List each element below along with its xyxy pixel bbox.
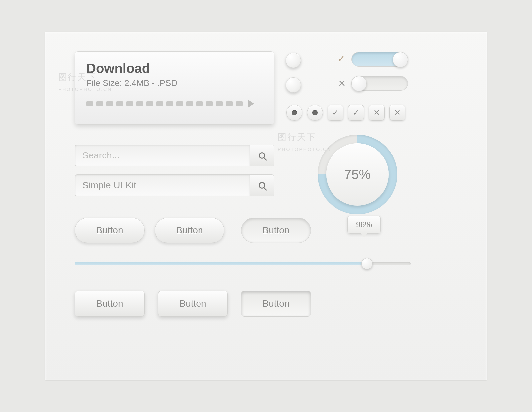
- round-knob-1[interactable]: [286, 53, 301, 68]
- cross-button-2[interactable]: ✕: [389, 105, 405, 121]
- search-field-filled: [75, 174, 274, 196]
- search-button[interactable]: [250, 174, 274, 196]
- pill-button-2[interactable]: Button: [155, 218, 224, 243]
- rect-button-3-pressed[interactable]: Button: [241, 291, 311, 317]
- progress-ring-label: 75%: [326, 143, 389, 206]
- cross-button-1[interactable]: ✕: [369, 105, 385, 121]
- slider-handle[interactable]: [361, 258, 373, 269]
- search-icon: [259, 152, 265, 159]
- arrow-right-icon: [248, 100, 254, 108]
- toggle-off[interactable]: [351, 76, 408, 91]
- progress-ring: 75%: [318, 135, 397, 214]
- download-subtitle: File Size: 2.4MB - .PSD: [86, 78, 263, 88]
- slider-tooltip: 96%: [347, 216, 381, 234]
- rect-button-2[interactable]: Button: [158, 291, 228, 317]
- search-input[interactable]: [75, 145, 250, 166]
- check-button-1[interactable]: ✓: [328, 105, 343, 121]
- download-title: Download: [86, 61, 263, 76]
- toggle-on[interactable]: [351, 52, 408, 67]
- check-icon: ✓: [337, 53, 345, 64]
- download-progress-dashes: [86, 100, 263, 108]
- download-card[interactable]: Download File Size: 2.4MB - .PSD: [75, 52, 274, 125]
- check-icon: ✓: [332, 108, 339, 117]
- slider-fill: [75, 262, 367, 265]
- mini-button-row: ✓ ✓ ✕ ✕: [286, 105, 405, 121]
- search-input[interactable]: [75, 174, 250, 196]
- ui-kit-panel: Download File Size: 2.4MB - .PSD ✓ ✕ ✓ ✓…: [45, 32, 487, 380]
- rect-button-1[interactable]: Button: [75, 291, 145, 317]
- toggle-handle[interactable]: [351, 76, 367, 91]
- search-icon: [259, 182, 265, 189]
- pill-button-3-pressed[interactable]: Button: [241, 218, 311, 243]
- check-icon: ✓: [353, 108, 359, 117]
- cross-icon: ✕: [394, 108, 401, 117]
- cross-icon: ✕: [373, 108, 380, 117]
- round-knob-2[interactable]: [286, 77, 301, 93]
- radio-selected-1[interactable]: [286, 105, 302, 121]
- search-field-empty: [75, 145, 274, 166]
- toggle-handle[interactable]: [393, 52, 408, 67]
- slider-track[interactable]: [75, 262, 411, 265]
- radio-selected-2[interactable]: [307, 105, 323, 121]
- pill-button-1[interactable]: Button: [75, 218, 145, 243]
- cross-icon: ✕: [338, 78, 346, 89]
- search-button[interactable]: [250, 145, 274, 166]
- check-button-2[interactable]: ✓: [348, 105, 364, 121]
